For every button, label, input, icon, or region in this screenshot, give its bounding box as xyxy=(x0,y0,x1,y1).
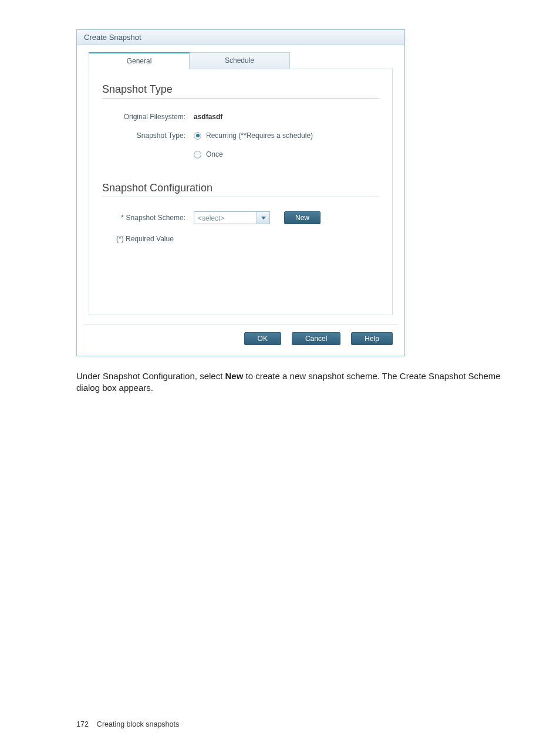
row-snapshot-type-once: Once xyxy=(102,150,379,158)
bold-new: New xyxy=(225,371,243,381)
required-star: * xyxy=(121,214,124,222)
snapshot-scheme-select-toggle[interactable] xyxy=(257,211,270,224)
chevron-down-icon xyxy=(261,217,266,220)
snapshot-type-label: Snapshot Type: xyxy=(102,131,194,140)
original-filesystem-value: asdfasdf xyxy=(194,113,222,121)
radio-recurring-label: Recurring (**Requires a schedule) xyxy=(206,131,313,140)
radio-once[interactable] xyxy=(194,151,201,158)
help-button[interactable]: Help xyxy=(351,332,393,345)
radio-recurring[interactable] xyxy=(194,132,201,140)
new-button[interactable]: New xyxy=(284,211,321,224)
tab-bar: General Schedule xyxy=(77,45,404,69)
snapshot-scheme-label: *Snapshot Scheme: xyxy=(102,214,194,222)
ok-button[interactable]: OK xyxy=(244,332,281,345)
radio-once-label: Once xyxy=(206,150,223,158)
tab-panel-general: Snapshot Type Original Filesystem: asdfa… xyxy=(89,69,393,315)
row-snapshot-scheme: *Snapshot Scheme: <select> New xyxy=(102,211,379,224)
tab-general[interactable]: General xyxy=(89,52,190,69)
original-filesystem-label: Original Filesystem: xyxy=(102,113,194,121)
row-original-filesystem: Original Filesystem: asdfasdf xyxy=(102,113,379,121)
row-snapshot-type: Snapshot Type: Recurring (**Requires a s… xyxy=(102,131,379,140)
tab-schedule[interactable]: Schedule xyxy=(190,52,290,69)
snapshot-scheme-select[interactable]: <select> xyxy=(194,211,270,224)
snapshot-type-heading: Snapshot Type xyxy=(102,83,379,96)
snapshot-scheme-select-value: <select> xyxy=(194,211,257,224)
snapshot-config-heading: Snapshot Configuration xyxy=(102,182,379,194)
cancel-button[interactable]: Cancel xyxy=(292,332,340,345)
page-footer-title: Creating block snapshots xyxy=(97,720,179,728)
dialog-footer: OK Cancel Help xyxy=(84,325,397,349)
divider xyxy=(102,197,379,197)
page-footer: 172Creating block snapshots xyxy=(76,720,179,728)
create-snapshot-dialog: Create Snapshot General Schedule Snapsho… xyxy=(76,29,405,356)
body-paragraph: Under Snapshot Configuration, select New… xyxy=(76,370,522,394)
page-number: 172 xyxy=(76,720,89,728)
dialog-title: Create Snapshot xyxy=(77,30,404,45)
divider xyxy=(102,98,379,99)
required-value-note: (*) Required Value xyxy=(116,235,379,243)
